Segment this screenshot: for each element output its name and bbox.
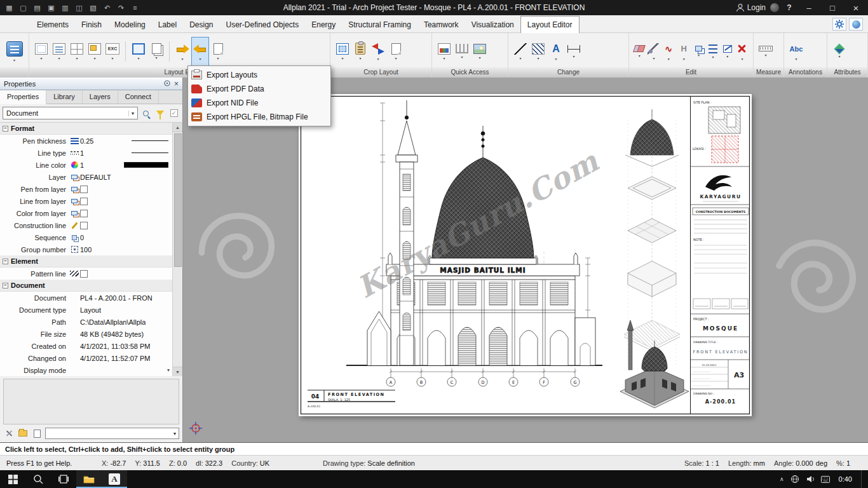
angle-value[interactable]: 0.000 <box>796 459 813 467</box>
connect-sphere-icon[interactable] <box>849 18 863 30</box>
project-folder-icon[interactable]: ▧ <box>86 2 100 13</box>
property-row-pen-from-layer[interactable]: Pen from layer <box>0 183 172 195</box>
clipboard-icon[interactable] <box>352 37 369 65</box>
new-layout-icon[interactable] <box>86 37 103 65</box>
app-menu-icon[interactable]: ▦ <box>3 2 16 13</box>
collapse-icon[interactable]: − <box>3 283 8 288</box>
settings-gear-icon[interactable] <box>832 18 846 30</box>
tab-properties[interactable]: Properties <box>0 90 46 104</box>
move-copy-icon[interactable] <box>692 37 705 65</box>
menu-item-visualization[interactable]: Visualization <box>465 17 520 32</box>
hatching-icon[interactable] <box>530 37 546 65</box>
chevron-down-icon[interactable]: ▾ <box>167 367 170 373</box>
task-view-button[interactable] <box>51 470 76 488</box>
property-row-document[interactable]: DocumentPL4 - A.200.01 - FRON <box>0 292 172 304</box>
menu-item-layout-editor[interactable]: Layout Editor <box>520 16 580 33</box>
window-icon[interactable] <box>130 37 147 65</box>
property-row-path[interactable]: PathC:\Data\Allplan\Allpla <box>0 316 172 328</box>
property-row-line-from-layer[interactable]: Line from layer <box>0 195 172 207</box>
line-preview[interactable] <box>132 140 168 142</box>
open-file-icon[interactable]: ▤ <box>31 2 44 13</box>
export-nid-item[interactable]: Export NID File <box>188 96 330 110</box>
property-row-document-type[interactable]: Document typeLayout <box>0 304 172 316</box>
section-document[interactable]: −Document <box>0 280 172 292</box>
property-row-changed-on[interactable]: Changed on4/1/2021, 11:52:07 PM <box>0 352 172 364</box>
favorites-selector[interactable] <box>45 428 179 439</box>
filter-icon[interactable] <box>154 107 166 119</box>
crop-window-icon[interactable] <box>334 37 351 65</box>
clock[interactable]: 0:40 <box>836 475 855 483</box>
property-row-sequence[interactable]: Sequence0 <box>0 231 172 243</box>
close-button[interactable]: × <box>846 0 865 15</box>
start-button[interactable] <box>0 470 25 488</box>
help-icon[interactable]: ? <box>783 3 795 12</box>
import-layouts-icon[interactable] <box>174 37 191 65</box>
property-row-pen-thickness[interactable]: Pen thickness0.25 <box>0 135 172 147</box>
property-row-group-number[interactable]: Group number100 <box>0 243 172 255</box>
save-all-icon[interactable]: ▥ <box>58 2 72 13</box>
tab-library[interactable]: Library <box>46 90 83 104</box>
monitor-icon[interactable]: ◫ <box>72 2 86 13</box>
login-button[interactable]: Login <box>736 3 766 12</box>
length-value[interactable]: mm <box>754 459 765 467</box>
layout-report-icon[interactable] <box>388 37 404 65</box>
menu-item-elements[interactable]: Elements <box>31 17 75 32</box>
menu-item-energy[interactable]: Energy <box>305 17 342 32</box>
allplan-taskbar-button[interactable]: A <box>102 470 127 488</box>
collapse-icon[interactable]: − <box>3 126 8 132</box>
property-row-file-size[interactable]: File size48 KB (49482 bytes) <box>0 328 172 340</box>
drawing-canvas[interactable]: MASJID BAITUL ILMI <box>183 78 868 442</box>
attributes-icon[interactable] <box>831 37 848 65</box>
checkbox[interactable] <box>80 222 88 229</box>
search-button[interactable] <box>25 470 51 488</box>
new-file-icon[interactable]: ▢ <box>17 2 30 13</box>
annotations-icon[interactable]: Abc <box>788 37 804 65</box>
property-row-created-on[interactable]: Created on4/1/2021, 11:03:58 PM <box>0 340 172 352</box>
menu-item-finish[interactable]: Finish <box>75 17 108 32</box>
checkbox[interactable] <box>80 210 88 217</box>
property-row-line-color[interactable]: Line color1 <box>0 159 172 171</box>
fence-icon[interactable] <box>454 37 470 65</box>
save-icon[interactable]: ▣ <box>44 2 58 13</box>
minimize-button[interactable]: – <box>799 0 818 15</box>
update-crop-icon[interactable] <box>370 37 386 65</box>
percent-value[interactable]: 1 <box>846 459 850 467</box>
search-plus-icon[interactable] <box>140 107 152 119</box>
menu-item-teamwork[interactable]: Teamwork <box>417 17 465 32</box>
text-tool-icon[interactable]: A <box>548 37 564 65</box>
line-preview[interactable] <box>132 152 168 154</box>
export-pdf-item[interactable]: Export PDF Data <box>188 82 330 96</box>
scroll-down-icon[interactable]: ▼ <box>173 367 182 376</box>
show-desktop-button[interactable] <box>861 470 864 488</box>
stretch-entities-icon[interactable]: ∿ <box>661 37 675 65</box>
account-icon[interactable] <box>770 3 779 12</box>
properties-scrollbar[interactable]: ▲ ▼ <box>172 123 182 376</box>
redo-icon[interactable]: ↷ <box>114 2 128 13</box>
save-favorite-icon[interactable] <box>31 428 43 439</box>
scale-value[interactable]: 1 : 1 <box>706 459 719 467</box>
menu-item-label[interactable]: Label <box>152 17 183 32</box>
property-row-construction-line[interactable]: Construction line <box>0 219 172 231</box>
page-setup-icon[interactable] <box>33 37 50 65</box>
color-swatch[interactable] <box>124 162 168 168</box>
menu-item-design[interactable]: Design <box>183 17 219 32</box>
layout-window-icon[interactable] <box>69 37 85 65</box>
export-layouts-icon[interactable] <box>192 37 208 65</box>
resize-icon[interactable] <box>721 37 734 65</box>
property-row-layer[interactable]: LayerDEFAULT <box>0 171 172 183</box>
property-row-pattern-line[interactable]: Pattern line <box>0 268 172 280</box>
pin-icon[interactable] <box>163 79 171 88</box>
allplan-main-icon[interactable] <box>4 37 25 65</box>
open-favorite-icon[interactable] <box>17 428 29 439</box>
match-properties-icon[interactable] <box>648 37 661 65</box>
options-icon[interactable]: ≡ <box>128 2 142 13</box>
property-row-display-mode[interactable]: Display mode▾ <box>0 364 172 376</box>
checkbox[interactable] <box>80 186 88 193</box>
apply-filter-icon[interactable]: ✓ <box>168 107 180 119</box>
volume-icon[interactable] <box>806 475 815 484</box>
export-hpgl-item[interactable]: Export HPGL File, Bitmap File <box>188 110 330 124</box>
delete-icon[interactable] <box>735 37 749 65</box>
close-panel-icon[interactable]: × <box>174 79 179 88</box>
scroll-up-icon[interactable]: ▲ <box>173 123 182 132</box>
tools-icon[interactable] <box>3 428 15 439</box>
